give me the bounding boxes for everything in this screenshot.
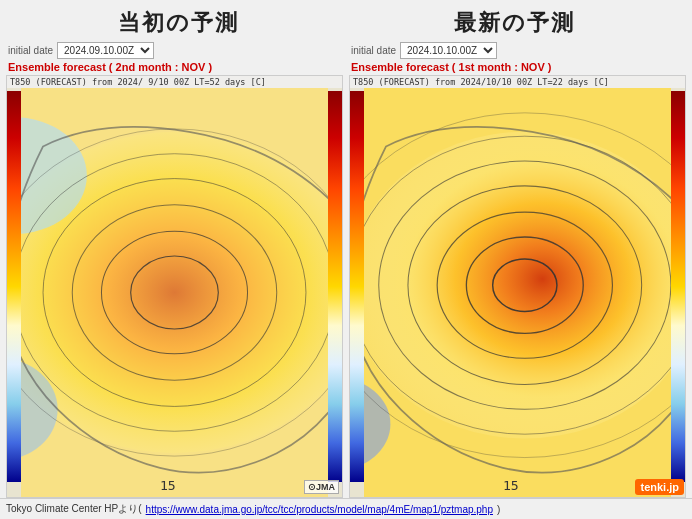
left-initial-date-label: initial date — [8, 45, 53, 56]
main-content: initial date 2024.09.10.00Z Ensemble for… — [0, 42, 692, 498]
svg-text:15: 15 — [503, 478, 519, 493]
left-panel: initial date 2024.09.10.00Z Ensemble for… — [6, 42, 343, 498]
left-map-svg: 15 — [21, 88, 328, 497]
left-initial-date-row: initial date 2024.09.10.00Z — [6, 42, 343, 59]
right-colorbar-left — [350, 91, 364, 482]
left-map-title: T850 (FORECAST) from 2024/ 9/10 00Z LT=5… — [7, 76, 342, 88]
right-map-title: T850 (FORECAST) from 2024/10/10 00Z LT=2… — [350, 76, 685, 88]
left-panel-title: 当初の予測 — [118, 8, 239, 38]
right-ensemble-label: Ensemble forecast ( 1st month : NOV ) — [349, 61, 686, 73]
right-panel: initial date 2024.10.10.00Z Ensemble for… — [349, 42, 686, 498]
left-jma-logo: ⊙JMA — [304, 480, 339, 494]
svg-point-16 — [364, 132, 671, 439]
svg-text:15: 15 — [160, 478, 176, 493]
header: 当初の予測 最新の予測 — [0, 0, 692, 42]
right-initial-date-label: initial date — [351, 45, 396, 56]
right-map-container: T850 (FORECAST) from 2024/10/10 00Z LT=2… — [349, 75, 686, 498]
page-wrapper: 当初の予測 最新の予測 initial date 2024.09.10.00Z … — [0, 0, 692, 519]
footer-text: Tokyo Climate Center HPより( — [6, 502, 142, 516]
footer-url[interactable]: https://www.data.jma.go.jp/tcc/tcc/produ… — [146, 504, 493, 515]
right-panel-title: 最新の予測 — [454, 8, 575, 38]
left-initial-date-select[interactable]: 2024.09.10.00Z — [57, 42, 154, 59]
svg-rect-14 — [671, 91, 685, 482]
right-map-svg: 15 — [364, 88, 671, 497]
svg-rect-0 — [7, 91, 21, 482]
left-colorbar-left — [7, 91, 21, 482]
left-map-container: T850 (FORECAST) from 2024/ 9/10 00Z LT=5… — [6, 75, 343, 498]
right-colorbar-right — [671, 91, 685, 482]
svg-rect-1 — [328, 91, 342, 482]
tenki-logo: tenki.jp — [635, 479, 684, 495]
left-colorbar-right — [328, 91, 342, 482]
svg-rect-13 — [350, 91, 364, 482]
footer: Tokyo Climate Center HPより( https://www.d… — [0, 498, 692, 519]
right-initial-date-row: initial date 2024.10.10.00Z — [349, 42, 686, 59]
left-ensemble-label: Ensemble forecast ( 2nd month : NOV ) — [6, 61, 343, 73]
footer-suffix: ) — [497, 504, 500, 515]
right-initial-date-select[interactable]: 2024.10.10.00Z — [400, 42, 497, 59]
